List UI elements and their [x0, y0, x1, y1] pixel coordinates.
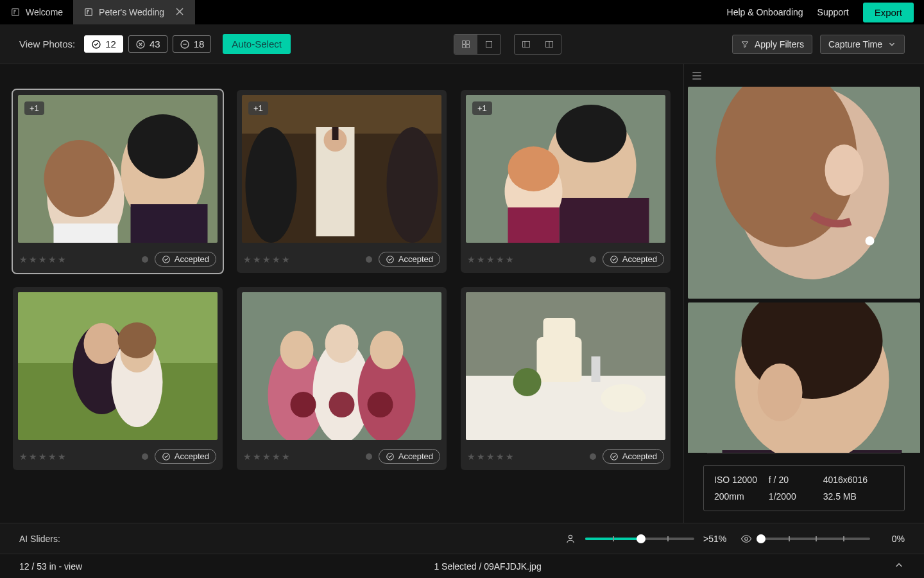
- sort-dropdown[interactable]: Capture Time: [820, 35, 905, 54]
- panel-menu-button[interactable]: [684, 64, 924, 87]
- svg-rect-17: [54, 223, 118, 243]
- check-circle-icon: [91, 39, 101, 49]
- x-circle-icon: [135, 39, 146, 49]
- color-tag[interactable]: [142, 256, 148, 263]
- photo-card[interactable]: ★★★★★Accepted: [237, 287, 447, 470]
- color-tag[interactable]: [366, 453, 372, 460]
- auto-select-button[interactable]: Auto-Select: [223, 34, 291, 54]
- color-tag[interactable]: [590, 256, 596, 263]
- rating-stars[interactable]: ★★★★★: [19, 254, 66, 265]
- side-panel: ISO 12000 f / 20 4016x6016 200mm 1/2000 …: [683, 64, 924, 523]
- rating-stars[interactable]: ★★★★★: [467, 254, 514, 265]
- filter-accepted[interactable]: 12: [84, 35, 123, 53]
- export-button[interactable]: Export: [863, 3, 914, 22]
- eye-slider[interactable]: [761, 538, 870, 540]
- panel-left-icon: [521, 39, 531, 49]
- svg-point-50: [325, 324, 359, 363]
- svg-point-52: [370, 331, 404, 369]
- svg-point-48: [280, 331, 314, 369]
- svg-point-62: [601, 384, 646, 412]
- view-split-button[interactable]: [538, 35, 561, 54]
- svg-point-44: [118, 322, 157, 358]
- svg-point-76: [745, 537, 748, 540]
- preview-pane: [684, 87, 924, 453]
- meta-iso: ISO 12000: [714, 475, 769, 485]
- photo-thumbnail[interactable]: [466, 292, 665, 440]
- tab-bar: Welcome Peter's Wedding Help & Onboardin…: [0, 0, 924, 24]
- status-pill[interactable]: Accepted: [155, 449, 216, 464]
- tab-project[interactable]: Peter's Wedding: [73, 0, 195, 24]
- filter-other[interactable]: 18: [173, 35, 212, 53]
- filter-icon: [740, 40, 749, 49]
- photo-card-bar: ★★★★★Accepted: [13, 248, 223, 273]
- color-tag[interactable]: [142, 453, 148, 460]
- preview-image-1[interactable]: [688, 87, 920, 299]
- view-panel-left-button[interactable]: [515, 35, 538, 54]
- rating-stars[interactable]: ★★★★★: [467, 451, 514, 462]
- check-circle-icon: [610, 255, 619, 264]
- view-photos-label: View Photos:: [19, 39, 75, 49]
- photo-thumbnail[interactable]: [18, 292, 218, 440]
- photo-card-bar: ★★★★★Accepted: [237, 248, 447, 273]
- logo-icon: [10, 7, 21, 17]
- status-pill[interactable]: Accepted: [603, 449, 664, 464]
- view-grid-button[interactable]: [454, 35, 477, 54]
- svg-point-75: [569, 535, 572, 538]
- apply-filters-button[interactable]: Apply Filters: [732, 35, 812, 54]
- layout-group-grid: [454, 34, 501, 55]
- view-single-button[interactable]: [477, 35, 501, 54]
- expand-button[interactable]: [893, 559, 905, 573]
- color-tag[interactable]: [366, 256, 372, 263]
- status-pill[interactable]: Accepted: [379, 449, 440, 464]
- svg-point-19: [128, 114, 198, 179]
- check-circle-icon: [610, 452, 619, 461]
- svg-rect-8: [466, 44, 470, 48]
- color-tag[interactable]: [590, 453, 596, 460]
- photo-card[interactable]: +1★★★★★Accepted: [237, 90, 447, 273]
- photo-thumbnail[interactable]: +1: [242, 95, 441, 243]
- svg-rect-36: [508, 207, 560, 243]
- toolbar: View Photos: 12 43 18 Auto-Select: [0, 24, 924, 64]
- status-selection: 1 Selected / 09AFJDJK.jpg: [82, 561, 893, 572]
- rating-stars[interactable]: ★★★★★: [243, 254, 290, 265]
- close-icon[interactable]: [175, 6, 185, 19]
- tab-welcome[interactable]: Welcome: [0, 0, 73, 24]
- photo-card[interactable]: +1★★★★★Accepted: [13, 90, 223, 273]
- svg-point-53: [291, 392, 316, 417]
- svg-rect-26: [332, 127, 339, 140]
- svg-rect-20: [131, 204, 208, 243]
- meta-focal: 200mm: [714, 491, 769, 502]
- photo-thumbnail[interactable]: [242, 292, 441, 440]
- svg-rect-9: [486, 41, 492, 47]
- filter-rejected[interactable]: 43: [128, 35, 167, 53]
- status-pill[interactable]: Accepted: [155, 252, 216, 267]
- stack-badge: +1: [248, 101, 268, 115]
- status-bar: 12 / 53 in - view 1 Selected / 09AFJDJK.…: [0, 554, 924, 578]
- svg-rect-6: [466, 40, 470, 44]
- face-slider[interactable]: [585, 538, 694, 540]
- status-pill[interactable]: Accepted: [603, 252, 664, 267]
- status-pill[interactable]: Accepted: [379, 252, 440, 267]
- header-right: Help & Onboarding Support Export: [727, 0, 924, 24]
- tab-welcome-label: Welcome: [26, 7, 63, 17]
- rating-stars[interactable]: ★★★★★: [243, 451, 290, 462]
- square-icon: [484, 39, 494, 49]
- rating-stars[interactable]: ★★★★★: [19, 451, 66, 462]
- support-link[interactable]: Support: [817, 7, 849, 17]
- svg-rect-33: [560, 198, 649, 243]
- photo-thumbnail[interactable]: +1: [466, 95, 665, 243]
- preview-image-2[interactable]: [688, 302, 920, 453]
- photo-card[interactable]: ★★★★★Accepted: [461, 287, 671, 470]
- stack-badge: +1: [472, 101, 492, 115]
- photo-thumbnail[interactable]: +1: [18, 95, 218, 243]
- photo-card[interactable]: +1★★★★★Accepted: [461, 90, 671, 273]
- person-icon: [565, 533, 576, 545]
- logo-icon: [83, 7, 94, 17]
- photo-grid-scroll[interactable]: +1★★★★★Accepted+1★★★★★Accepted+1★★★★★Acc…: [0, 64, 683, 523]
- photo-grid: +1★★★★★Accepted+1★★★★★Accepted+1★★★★★Acc…: [13, 90, 671, 470]
- stack-badge: +1: [24, 101, 44, 115]
- help-link[interactable]: Help & Onboarding: [727, 7, 803, 17]
- photo-card[interactable]: ★★★★★Accepted: [13, 287, 223, 470]
- meta-shutter: 1/2000: [769, 491, 823, 502]
- check-circle-icon: [386, 255, 395, 264]
